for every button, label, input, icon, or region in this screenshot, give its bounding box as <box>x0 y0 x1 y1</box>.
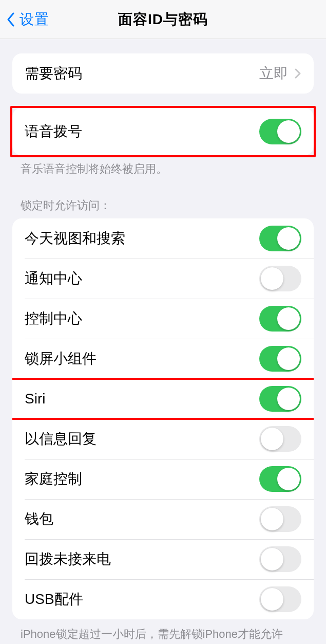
wallet-toggle[interactable] <box>259 506 301 532</box>
require-passcode-group: 需要密码 立即 <box>12 53 314 94</box>
nav-bar: 设置 面容ID与密码 <box>0 0 326 39</box>
voice-dial-footer: 音乐语音控制将始终被启用。 <box>0 155 326 177</box>
lock-screen-widgets-toggle[interactable] <box>259 346 301 372</box>
notification-center-row: 通知中心 <box>12 259 314 299</box>
home-control-row: 家庭控制 <box>12 459 314 499</box>
usb-accessories-toggle[interactable] <box>259 586 301 612</box>
lock-access-group: 今天视图和搜索通知中心控制中心锁屏小组件Siri以信息回复家庭控制钱包回拨未接来… <box>12 218 314 619</box>
require-passcode-value: 立即 <box>259 64 288 83</box>
control-center-label: 控制中心 <box>25 309 82 328</box>
today-view-toggle[interactable] <box>259 226 301 251</box>
usb-accessories-row: USB配件 <box>12 579 314 619</box>
notification-center-label: 通知中心 <box>25 269 82 288</box>
voice-dial-toggle[interactable] <box>259 119 301 144</box>
usb-accessories-label: USB配件 <box>25 590 83 609</box>
lock-section-header: 锁定时允许访问： <box>0 177 326 218</box>
back-label: 设置 <box>20 10 49 29</box>
usb-footer: iPhone锁定超过一小时后，需先解锁iPhone才能允许USB配件连接。 <box>0 619 326 644</box>
home-control-label: 家庭控制 <box>25 469 82 489</box>
back-button[interactable]: 设置 <box>0 10 49 29</box>
lock-screen-widgets-label: 锁屏小组件 <box>25 349 97 369</box>
require-passcode-row[interactable]: 需要密码 立即 <box>12 53 314 94</box>
voice-dial-group: 语音拨号 <box>12 108 314 155</box>
control-center-row: 控制中心 <box>12 299 314 339</box>
return-missed-calls-toggle[interactable] <box>259 546 301 572</box>
return-missed-calls-row: 回拨未接来电 <box>12 539 314 579</box>
reply-with-message-toggle[interactable] <box>259 426 301 452</box>
today-view-label: 今天视图和搜索 <box>25 229 125 248</box>
siri-row: Siri <box>12 379 314 419</box>
wallet-row: 钱包 <box>12 499 314 539</box>
reply-with-message-row: 以信息回复 <box>12 419 314 459</box>
require-passcode-label: 需要密码 <box>25 64 82 83</box>
voice-dial-row: 语音拨号 <box>12 108 314 155</box>
lock-screen-widgets-row: 锁屏小组件 <box>12 339 314 379</box>
voice-dial-label: 语音拨号 <box>25 122 82 141</box>
today-view-row: 今天视图和搜索 <box>12 218 314 259</box>
back-chevron-icon <box>6 12 15 27</box>
control-center-toggle[interactable] <box>259 306 301 332</box>
home-control-toggle[interactable] <box>259 466 301 492</box>
reply-with-message-label: 以信息回复 <box>25 429 97 449</box>
siri-toggle[interactable] <box>259 386 301 412</box>
return-missed-calls-label: 回拨未接来电 <box>25 549 111 569</box>
chevron-right-icon <box>294 68 301 79</box>
siri-label: Siri <box>25 391 45 407</box>
wallet-label: 钱包 <box>25 509 53 529</box>
notification-center-toggle[interactable] <box>259 266 301 291</box>
